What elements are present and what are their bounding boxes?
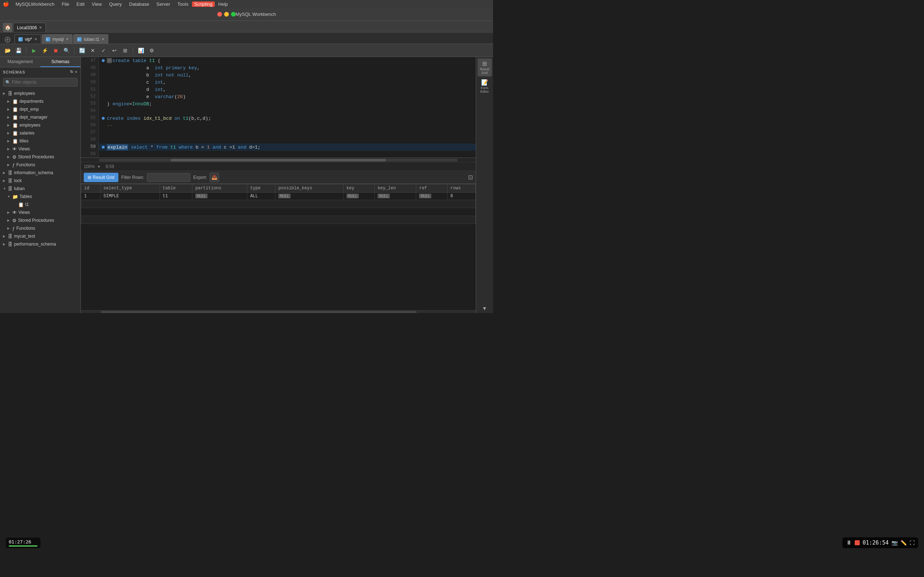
col-ref: ref [416, 184, 447, 193]
result-hscrollbar-thumb[interactable] [101, 311, 417, 313]
grid-sidebar-icon: ⊞ [482, 60, 487, 67]
close-button[interactable] [217, 12, 222, 16]
tree-item-lock[interactable]: ▶ 🗄 lock [0, 177, 81, 185]
chevron-right-icon-5: ▶ [7, 123, 11, 127]
tree-item-functions[interactable]: ▶ ƒ Functions [0, 161, 81, 169]
tree-item-perf-schema[interactable]: ▶ 🗄 performance_schema [0, 240, 81, 248]
export-button[interactable]: 📤 [210, 173, 219, 182]
menu-help[interactable]: Help [215, 2, 232, 7]
result-grid-sidebar-btn[interactable]: ⊞ Result Grid [478, 58, 492, 76]
menu-app[interactable]: MySQLWorkbench [12, 2, 58, 7]
tree-item-titles[interactable]: ▶ 📋 titles [0, 137, 81, 145]
schema-refresh-icon[interactable]: ↻ [70, 69, 74, 74]
tree-label-functions: Functions [16, 162, 78, 167]
scrollbar-track[interactable] [99, 159, 458, 161]
line-num-57: 57 [81, 129, 99, 136]
tab-mysql[interactable]: S mysql ✕ [42, 34, 73, 44]
tree-item-salaries[interactable]: ▶ 📋 salaries [0, 129, 81, 137]
code-content[interactable]: − create table t1 ( a int primary key, b… [99, 57, 476, 158]
menu-query[interactable]: Query [105, 2, 125, 7]
scrollbar-thumb[interactable] [171, 159, 386, 161]
menu-database[interactable]: Database [126, 2, 153, 7]
cancel-button[interactable]: ✕ [88, 46, 97, 55]
tree-item-mycat[interactable]: ▶ 🗄 mycat_test [0, 232, 81, 240]
col-table: table [160, 184, 192, 193]
tree-label-t1: t1 [25, 202, 78, 207]
sidebar-toggle-arrow[interactable]: ▼ [478, 304, 492, 313]
form-editor-sidebar-btn[interactable]: 📝 Form Editor [478, 77, 492, 95]
connection-tab-close[interactable]: ✕ [39, 26, 42, 29]
filter-objects-input[interactable] [12, 80, 75, 85]
stop-button[interactable]: ⏹ [51, 46, 60, 55]
col-possible-keys: possible_keys [275, 184, 344, 193]
filter-rows-input[interactable] [147, 173, 190, 182]
tree-item-dept-manager[interactable]: ▶ 📋 dept_manager [0, 113, 81, 121]
search-button[interactable]: 🔍 [62, 46, 71, 55]
apple-logo[interactable]: 🍎 [3, 1, 9, 7]
schema-panel: SCHEMAS ↻ + 🔍 ▶ 🗄 employees ▶ [0, 68, 81, 313]
editor-scrollbar[interactable] [81, 158, 476, 162]
tab-vip[interactable]: S vip* ✕ [15, 34, 41, 44]
zoom-dropdown[interactable]: ▾ [98, 164, 100, 169]
panel-tab-management[interactable]: Management [0, 57, 40, 67]
cell-select-type: SIMPLE [100, 193, 160, 200]
execute-button[interactable]: ▶ [29, 46, 39, 55]
chevron-right-icon-2: ▶ [7, 100, 11, 103]
zoom-level: 100% [84, 164, 95, 169]
tree-item-luban[interactable]: ▼ 🗄 luban [0, 185, 81, 193]
execute-current-button[interactable]: ⚡ [40, 46, 50, 55]
line-num-51: 51 [81, 86, 99, 93]
tree-item-t1[interactable]: 📋 t1 [0, 200, 81, 208]
tree-item-luban-procs[interactable]: ▶ ⚙ Stored Procedures [0, 216, 81, 224]
menu-scripting[interactable]: Scripting [192, 2, 215, 7]
rollback-button[interactable]: ↩ [110, 46, 119, 55]
tree-item-stored-procs[interactable]: ▶ ⚙ Stored Procedures [0, 153, 81, 161]
result-grid-button[interactable]: ⊞ Result Grid [84, 173, 118, 182]
result-grid[interactable]: id select_type table partitions type pos… [81, 184, 476, 310]
tab-vip-close[interactable]: ✕ [34, 37, 37, 41]
panel-tab-schemas[interactable]: Schemas [40, 57, 81, 67]
explain-button[interactable]: 📊 [136, 46, 145, 55]
tree-item-employees[interactable]: ▶ 📋 employees [0, 121, 81, 129]
tree-item-info-schema[interactable]: ▶ 🗄 information_schema [0, 169, 81, 177]
wrap-button[interactable]: ⊡ [468, 174, 473, 181]
tab-mysql-close[interactable]: ✕ [66, 37, 69, 41]
menu-server[interactable]: Server [153, 2, 174, 7]
connection-tab[interactable]: Local3306 ✕ [13, 23, 46, 32]
open-folder-button[interactable]: 📂 [3, 46, 12, 55]
table-icon-6: 📋 [12, 139, 18, 144]
menu-tools[interactable]: Tools [174, 2, 192, 7]
tree-item-departments[interactable]: ▶ 📋 departments [0, 97, 81, 105]
format-button[interactable]: ⚙ [147, 46, 156, 55]
tree-item-views[interactable]: ▶ 👁 Views [0, 145, 81, 153]
home-button[interactable]: 🏠 [3, 23, 12, 32]
tab-luban[interactable]: S luban.t1 ✕ [73, 34, 108, 44]
tree-item-luban-funcs[interactable]: ▶ ƒ Functions [0, 224, 81, 232]
refresh-button[interactable]: 🔄 [77, 46, 87, 55]
tab-luban-close[interactable]: ✕ [102, 37, 104, 41]
table-row[interactable]: 1 SIMPLE t1 NULL ALL NULL NULL NULL NULL… [81, 193, 476, 200]
menu-edit[interactable]: Edit [73, 2, 88, 7]
tree-item-employees-db[interactable]: ▶ 🗄 employees [0, 89, 81, 97]
grid-button[interactable]: ⊞ [121, 46, 130, 55]
commit-button[interactable]: ✓ [99, 46, 108, 55]
form-editor-icon: 📝 [481, 79, 488, 86]
right-sidebar: ⊞ Result Grid 📝 Form Editor ▼ [476, 57, 493, 313]
sql-icon-2: S [46, 37, 50, 42]
tree-item-tables[interactable]: ▼ 📁 Tables [0, 193, 81, 200]
tree-item-dept-emp[interactable]: ▶ 📋 dept_emp [0, 105, 81, 113]
save-button[interactable]: 💾 [14, 46, 23, 55]
minimize-button[interactable] [224, 12, 229, 16]
new-tab-icon[interactable] [3, 36, 12, 44]
schema-add-icon[interactable]: + [75, 69, 78, 74]
code-editor[interactable]: 47 48 49 50 51 52 53 54 55 56 57 58 59 6… [81, 57, 476, 158]
db-icon: 🗄 [8, 91, 13, 96]
tree-item-luban-views[interactable]: ▶ 👁 Views [0, 208, 81, 216]
menu-file[interactable]: File [58, 2, 73, 7]
col-rows: rows [447, 184, 475, 193]
menu-view[interactable]: View [88, 2, 105, 7]
code-line-59: explain select * from t1 where b = 1 and… [99, 143, 476, 151]
connection-tab-bar: 🏠 Local3306 ✕ [0, 21, 493, 32]
result-hscrollbar[interactable] [81, 310, 476, 313]
fullscreen-button[interactable] [231, 12, 236, 16]
